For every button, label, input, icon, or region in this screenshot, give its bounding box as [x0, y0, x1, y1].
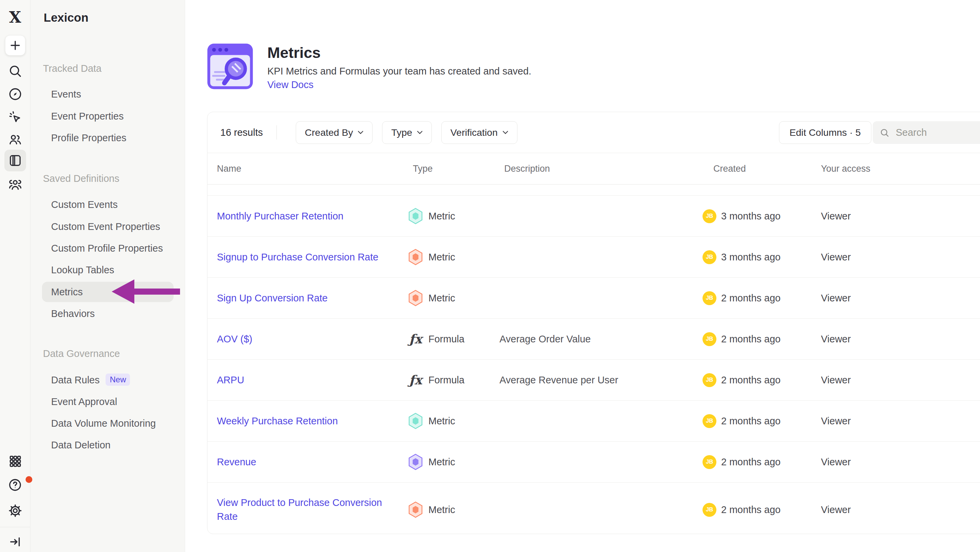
- type-label: Metric: [428, 293, 455, 304]
- creator-avatar: JB: [703, 414, 716, 428]
- mixpanel-logo-icon[interactable]: X: [9, 10, 21, 25]
- search-input[interactable]: [895, 127, 980, 139]
- access-level: Viewer: [821, 252, 851, 262]
- sidebar-item-data-deletion[interactable]: Data Deletion: [51, 437, 111, 452]
- metrics-page-icon: [207, 43, 254, 90]
- column-header-type[interactable]: Type: [408, 164, 500, 174]
- table-toolbar: 16 results Created By Type Verification …: [207, 112, 980, 153]
- sidebar-item-profile-properties[interactable]: Profile Properties: [51, 130, 126, 145]
- metric-name-link[interactable]: Signup to Purchase Conversion Rate: [217, 250, 378, 264]
- sidebar-item-events[interactable]: Events: [51, 87, 81, 102]
- search-box[interactable]: [873, 121, 980, 144]
- search-icon: [880, 128, 890, 138]
- search-nav-button[interactable]: [8, 64, 23, 78]
- column-header-created[interactable]: Created: [703, 164, 821, 174]
- table-row[interactable]: Sign Up Conversion Rate Metric JB2 month…: [207, 278, 980, 319]
- lexicon-metrics-page: X: [0, 0, 980, 552]
- compass-icon: [8, 87, 23, 102]
- created-time: 3 months ago: [721, 211, 781, 222]
- created-time: 2 months ago: [721, 293, 781, 304]
- access-level: Viewer: [821, 456, 851, 467]
- formula-fx-icon: ƒx: [408, 373, 423, 388]
- metric-hexagon-icon: [408, 208, 423, 224]
- edit-columns-button[interactable]: Edit Columns · 5: [779, 121, 871, 144]
- creator-avatar: JB: [703, 250, 716, 264]
- table-header-row: Name Type Description Created Your acces…: [207, 153, 980, 185]
- access-level: Viewer: [821, 211, 851, 222]
- access-level: Viewer: [821, 416, 851, 426]
- created-time: 2 months ago: [721, 333, 781, 345]
- verification-filter[interactable]: Verification: [441, 121, 517, 144]
- sidebar-item-metrics-active[interactable]: Metrics: [51, 284, 83, 299]
- created-time: 2 months ago: [721, 504, 781, 515]
- help-icon: [8, 477, 23, 492]
- data-rules-label: Data Rules: [51, 375, 100, 385]
- table-body: Monthly Purchaser Retention Metric JB3 m…: [207, 196, 980, 537]
- activity-nav-button[interactable]: [8, 110, 23, 124]
- created-time: 2 months ago: [721, 416, 781, 427]
- created-by-filter[interactable]: Created By: [296, 121, 373, 144]
- apps-grid-icon: [8, 454, 23, 469]
- help-button[interactable]: [0, 477, 30, 492]
- table-row[interactable]: View Product to Purchase Conversion Rate…: [207, 483, 980, 537]
- sidebar-item-event-approval[interactable]: Event Approval: [51, 394, 117, 409]
- metric-name-link[interactable]: Revenue: [217, 455, 256, 469]
- created-time: 3 months ago: [721, 252, 781, 263]
- chevron-down-icon: [417, 131, 423, 134]
- metric-name-link[interactable]: Weekly Purchase Retention: [217, 414, 338, 428]
- creator-avatar: JB: [703, 291, 716, 305]
- collapse-sidebar-button[interactable]: [8, 535, 22, 549]
- metric-name-link[interactable]: AOV ($): [217, 332, 253, 346]
- view-docs-link[interactable]: View Docs: [267, 79, 313, 91]
- plus-icon: [8, 38, 23, 53]
- type-label: Metric: [428, 416, 455, 427]
- sign-in-arrow-icon: [8, 535, 22, 549]
- metric-hexagon-icon: [408, 413, 423, 429]
- table-row[interactable]: Monthly Purchaser Retention Metric JB3 m…: [207, 196, 980, 237]
- column-header-your-access[interactable]: Your access: [821, 164, 980, 174]
- group-icon: [8, 177, 23, 192]
- sidebar-item-lookup-tables[interactable]: Lookup Tables: [51, 262, 115, 278]
- created-time: 2 months ago: [721, 456, 781, 467]
- discover-nav-button[interactable]: [8, 87, 23, 102]
- table-row[interactable]: AOV ($) ƒxFormula Average Order Value JB…: [207, 319, 980, 360]
- sidebar-item-behaviors[interactable]: Behaviors: [51, 306, 95, 321]
- metrics-table-card: 16 results Created By Type Verification …: [207, 112, 980, 534]
- type-label: Formula: [428, 375, 464, 386]
- gear-icon: [8, 503, 23, 518]
- page-heading: Metrics: [267, 44, 321, 62]
- sidebar-item-custom-events[interactable]: Custom Events: [51, 197, 118, 212]
- chevron-down-icon: [358, 131, 363, 134]
- creator-avatar: JB: [703, 455, 716, 469]
- table-row[interactable]: ARPU ƒxFormula Average Revenue per User …: [207, 360, 980, 400]
- sidebar-item-custom-profile-properties[interactable]: Custom Profile Properties: [51, 241, 163, 256]
- metric-hexagon-icon: [408, 249, 423, 265]
- sidebar-item-event-properties[interactable]: Event Properties: [51, 109, 124, 124]
- metric-name-link[interactable]: ARPU: [217, 373, 244, 387]
- creator-avatar: JB: [703, 209, 716, 223]
- lexicon-sidebar: Lexicon Tracked Data Events Event Proper…: [30, 0, 185, 552]
- metric-name-link[interactable]: Sign Up Conversion Rate: [217, 291, 328, 305]
- settings-button[interactable]: [8, 503, 23, 518]
- metric-name-link[interactable]: Monthly Purchaser Retention: [217, 209, 344, 223]
- metric-hexagon-icon: [408, 290, 423, 306]
- apps-nav-button[interactable]: [8, 454, 23, 469]
- sidebar-item-data-rules[interactable]: Data RulesNew: [51, 373, 130, 388]
- sidebar-item-data-volume-monitoring[interactable]: Data Volume Monitoring: [51, 416, 156, 431]
- type-filter[interactable]: Type: [382, 121, 432, 144]
- column-header-name[interactable]: Name: [207, 164, 408, 174]
- table-row[interactable]: Signup to Purchase Conversion Rate Metri…: [207, 237, 980, 278]
- users-nav-button[interactable]: [8, 132, 23, 147]
- create-button[interactable]: [5, 35, 25, 56]
- sidebar-item-custom-event-properties[interactable]: Custom Event Properties: [51, 219, 160, 234]
- type-filter-label: Type: [391, 127, 412, 138]
- description-text: Average Order Value: [500, 333, 591, 345]
- access-level: Viewer: [821, 293, 851, 303]
- metric-name-link[interactable]: View Product to Purchase Conversion Rate: [217, 496, 400, 523]
- table-row[interactable]: Weekly Purchase Retention Metric JB2 mon…: [207, 400, 980, 442]
- cohorts-nav-button[interactable]: [8, 177, 23, 192]
- column-header-description[interactable]: Description: [500, 164, 703, 174]
- lexicon-nav-button-active[interactable]: [5, 150, 26, 171]
- table-row[interactable]: Revenue Metric JB2 months ago Viewer: [207, 442, 980, 483]
- section-saved-definitions: Saved Definitions: [43, 171, 119, 186]
